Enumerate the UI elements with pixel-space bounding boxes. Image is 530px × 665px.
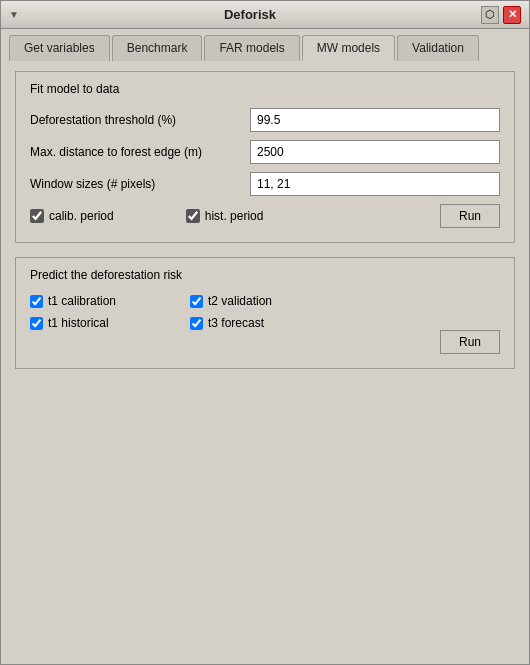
predict-title: Predict the deforestation risk bbox=[30, 268, 500, 282]
fit-model-section: Fit model to data Deforestation threshol… bbox=[15, 71, 515, 243]
tab-far-models[interactable]: FAR models bbox=[204, 35, 299, 61]
resize-button[interactable]: ⬡ bbox=[481, 6, 499, 24]
close-button[interactable]: ✕ bbox=[503, 6, 521, 24]
t2-validation-label: t2 validation bbox=[208, 294, 272, 308]
predict-section: Predict the deforestation risk t1 calibr… bbox=[15, 257, 515, 369]
max-distance-label: Max. distance to forest edge (m) bbox=[30, 145, 250, 159]
title-bar: ▼ Deforisk ⬡ ✕ bbox=[1, 1, 529, 29]
deforestation-threshold-input[interactable] bbox=[250, 108, 500, 132]
window-sizes-input[interactable] bbox=[250, 172, 500, 196]
title-bar-left: ▼ bbox=[9, 9, 19, 20]
calib-period-label: calib. period bbox=[49, 209, 114, 223]
max-distance-input[interactable] bbox=[250, 140, 500, 164]
hist-period-checkbox[interactable] bbox=[186, 209, 200, 223]
window-title: Deforisk bbox=[19, 7, 481, 22]
t1-historical-checkbox[interactable] bbox=[30, 317, 43, 330]
t1-calibration-row: t1 calibration bbox=[30, 294, 190, 308]
t1-historical-label: t1 historical bbox=[48, 316, 109, 330]
tab-get-variables[interactable]: Get variables bbox=[9, 35, 110, 61]
hist-period-checkbox-item: hist. period bbox=[186, 209, 264, 223]
window-sizes-label: Window sizes (# pixels) bbox=[30, 177, 250, 191]
t3-forecast-label: t3 forecast bbox=[208, 316, 264, 330]
max-distance-row: Max. distance to forest edge (m) bbox=[30, 140, 500, 164]
tab-validation[interactable]: Validation bbox=[397, 35, 479, 61]
deforestation-threshold-label: Deforestation threshold (%) bbox=[30, 113, 250, 127]
calib-period-checkbox-item: calib. period bbox=[30, 209, 114, 223]
t1-calibration-checkbox[interactable] bbox=[30, 295, 43, 308]
fit-model-run-button[interactable]: Run bbox=[440, 204, 500, 228]
calib-period-checkbox[interactable] bbox=[30, 209, 44, 223]
tab-benchmark[interactable]: Benchmark bbox=[112, 35, 203, 61]
window-sizes-row: Window sizes (# pixels) bbox=[30, 172, 500, 196]
predict-checkboxes-grid: t1 calibration t2 validation t1 historic… bbox=[30, 294, 350, 330]
t2-validation-checkbox[interactable] bbox=[190, 295, 203, 308]
t3-forecast-checkbox[interactable] bbox=[190, 317, 203, 330]
deforestation-threshold-row: Deforestation threshold (%) bbox=[30, 108, 500, 132]
content-area: Fit model to data Deforestation threshol… bbox=[1, 61, 529, 664]
predict-run-button[interactable]: Run bbox=[440, 330, 500, 354]
t2-validation-row: t2 validation bbox=[190, 294, 350, 308]
title-bar-controls: ⬡ ✕ bbox=[481, 6, 521, 24]
t3-forecast-row: t3 forecast bbox=[190, 316, 350, 330]
t1-historical-row: t1 historical bbox=[30, 316, 190, 330]
t1-calibration-label: t1 calibration bbox=[48, 294, 116, 308]
hist-period-label: hist. period bbox=[205, 209, 264, 223]
fit-model-title: Fit model to data bbox=[30, 82, 500, 96]
tab-mw-models[interactable]: MW models bbox=[302, 35, 395, 61]
window-arrow-icon: ▼ bbox=[9, 9, 19, 20]
tab-bar: Get variables Benchmark FAR models MW mo… bbox=[1, 29, 529, 61]
main-window: ▼ Deforisk ⬡ ✕ Get variables Benchmark F… bbox=[0, 0, 530, 665]
